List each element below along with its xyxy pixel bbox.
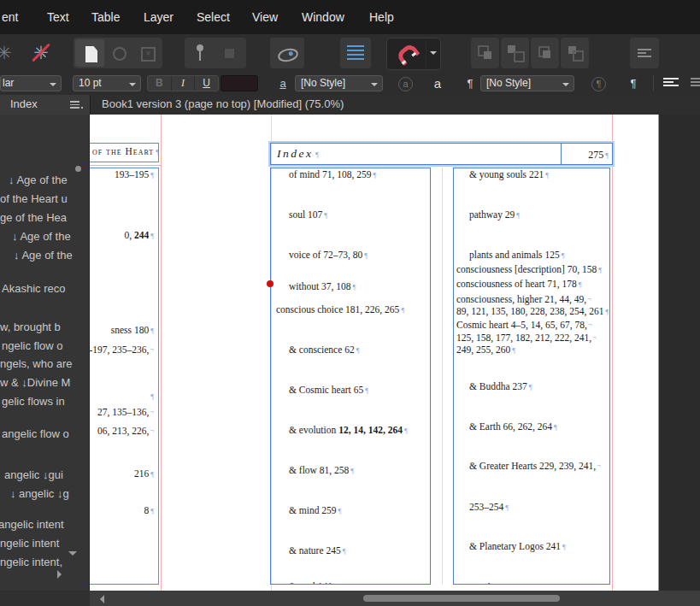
index-panel-entry[interactable]: ngelic flow o: [2, 339, 63, 352]
index-entry[interactable]: 89, 121, 135, 180, 228, 238, 254, 261¶: [456, 305, 609, 319]
index-column-1-frame[interactable]: of mind 71, 108, 259¶soul 107¶voice of 7…: [270, 168, 431, 585]
index-entry[interactable]: & mind 259¶: [289, 504, 341, 518]
index-entry[interactable]: consciousness [description] 70, 158¶: [456, 263, 602, 277]
index-panel-entry[interactable]: Akashic reco: [2, 282, 65, 295]
box-x-icon[interactable]: ×: [133, 38, 162, 68]
index-panel-entry[interactable]: ngelic intent: [0, 537, 59, 550]
bold-button[interactable]: B: [148, 76, 172, 91]
arrange-icon-4[interactable]: [561, 38, 589, 68]
index-column-2-frame[interactable]: & young souls 221¶pathway 29¶plants and …: [453, 168, 610, 585]
left-page-fragment[interactable]: 0, 244¶: [124, 229, 154, 243]
index-entry[interactable]: & flow 81, 258¶: [289, 464, 354, 478]
arrange-icon-3[interactable]: [531, 38, 559, 68]
pilcrow-icon-2[interactable]: ¶: [625, 75, 642, 91]
index-entry[interactable]: consciousness of heart 71, 178¶: [456, 278, 582, 291]
panel-menu-icon[interactable]: [70, 101, 79, 110]
paragraph-lines-icon[interactable]: [340, 38, 371, 68]
asterisk-slash-icon[interactable]: ✳: [24, 38, 58, 68]
left-header-frame[interactable]: of the Heart¶: [90, 143, 159, 162]
index-header-frame[interactable]: Index¶ 275¶: [270, 143, 613, 165]
index-entry[interactable]: & Greater Hearts 229, 239, 241,¬: [469, 459, 601, 473]
scroll-right-icon[interactable]: [57, 570, 66, 579]
text-color-well[interactable]: [221, 75, 258, 91]
index-entry[interactable]: soul 107¶: [289, 209, 327, 222]
align-left-icon[interactable]: [663, 78, 679, 86]
index-entry[interactable]: & conscience 62¶: [289, 344, 360, 357]
horizontal-scrollbar[interactable]: [90, 591, 700, 606]
index-entry[interactable]: conscious choice 181, 226, 265¶: [276, 303, 404, 317]
index-entry[interactable]: voice of 72–73, 80¶: [289, 249, 368, 262]
left-page-fragment[interactable]: ¶: [149, 390, 154, 403]
left-page-fragment[interactable]: -197, 235–236,¬: [90, 343, 154, 356]
left-page-fragment[interactable]: sness 180¶: [111, 324, 154, 338]
character-style-select[interactable]: [No Style]: [295, 75, 383, 91]
arrange-icon-2[interactable]: [501, 38, 529, 68]
circle-icon[interactable]: [104, 38, 133, 68]
index-panel-entry[interactable]: angelic intent: [0, 518, 64, 531]
menu-item-ent[interactable]: ent: [2, 0, 18, 34]
eye-preview-icon[interactable]: [270, 38, 304, 68]
underline-button[interactable]: U: [195, 76, 218, 91]
square-icon[interactable]: [215, 38, 246, 68]
italic-button[interactable]: I: [172, 76, 196, 91]
index-panel-entry[interactable]: ngels, who are: [0, 357, 73, 370]
document-tab[interactable]: Book1 version 3 (page no top) [Modified]…: [90, 95, 700, 115]
horizontal-scrollbar-thumb[interactable]: [363, 595, 560, 602]
circled-a-icon[interactable]: a: [398, 77, 413, 91]
left-body-frame[interactable]: 193–195¶0, 244¶sness 180¶-197, 235–236,¬…: [90, 168, 159, 585]
snapping-button[interactable]: [386, 38, 441, 70]
index-panel-entry[interactable]: ↓ Age of the: [12, 230, 71, 243]
index-entry[interactable]: angels 27, 66¶: [469, 581, 526, 585]
index-panel-entry[interactable]: ↓ Age of the: [9, 174, 68, 186]
document-canvas[interactable]: of the Heart¶ 193–195¶0, 244¶sness 180¶-…: [90, 115, 700, 591]
index-panel-entry[interactable]: gelic flows in: [2, 395, 65, 408]
left-page-fragment[interactable]: 27, 135–136,¬: [97, 405, 154, 419]
index-entry[interactable]: of mind 71, 108, 259¶: [289, 168, 376, 182]
pilcrow-icon-1[interactable]: ¶: [463, 75, 477, 91]
index-entry[interactable]: & Earth 66, 262, 264¶: [469, 421, 557, 434]
index-entry[interactable]: & Buddha 237¶: [469, 380, 532, 394]
pin-icon[interactable]: [185, 38, 215, 68]
arrange-icon-1[interactable]: [471, 38, 499, 68]
alignment-icon[interactable]: [630, 38, 659, 68]
menu-item-layer[interactable]: Layer: [144, 0, 174, 34]
index-panel-entry[interactable]: of the Heart u: [0, 192, 68, 205]
index-panel-entry[interactable]: ↓ angelic ↓gui: [0, 468, 63, 481]
index-entry[interactable]: consciousness, higher 21, 44, 49,¬: [456, 292, 591, 306]
index-panel-tab[interactable]: Index: [0, 95, 90, 115]
left-page-fragment[interactable]: 193–195¶: [115, 168, 154, 182]
menu-item-select[interactable]: Select: [197, 0, 230, 34]
index-panel-entry[interactable]: ge of the Hea: [0, 211, 67, 224]
index-panel-entry[interactable]: ↓ angelic ↓g: [10, 487, 69, 500]
index-entry[interactable]: 253–254¶: [469, 501, 509, 515]
menu-item-view[interactable]: View: [252, 0, 278, 34]
index-entry[interactable]: 125, 158, 177, 182, 212, 222, 241,¬: [456, 331, 597, 344]
char-style-a-icon[interactable]: a: [276, 75, 290, 91]
menu-item-text[interactable]: Text: [47, 0, 69, 34]
index-entry[interactable]: Cosmic heart 4–5, 14, 65, 67, 78,¬: [456, 318, 592, 332]
circled-pilcrow-icon[interactable]: ¶: [591, 77, 606, 91]
index-panel-entry[interactable]: angelic flow o: [2, 427, 69, 440]
index-entry[interactable]: & Cosmic heart 65¶: [289, 384, 368, 397]
scroll-down-icon[interactable]: [68, 551, 77, 560]
left-page-fragment[interactable]: 216¶: [134, 468, 154, 481]
font-size-select[interactable]: 10 pt: [73, 75, 141, 91]
index-panel-entry[interactable]: w, brought b: [0, 321, 61, 333]
index-entry[interactable]: & young souls 221¶: [469, 168, 549, 182]
index-entry[interactable]: & evolution 12, 14, 142, 264¶: [289, 424, 408, 438]
left-page-fragment[interactable]: 06, 213, 226,¬: [97, 424, 154, 438]
index-entry[interactable]: & nature 245¶: [289, 544, 346, 558]
index-panel-entry[interactable]: w & ↓Divine M: [0, 376, 70, 389]
snapping-dropdown-arrow[interactable]: [426, 38, 440, 69]
menu-item-table[interactable]: Table: [91, 0, 120, 34]
index-panel-entry[interactable]: ↓ Age of the: [14, 249, 73, 262]
index-entry[interactable]: & Planetary Logos 241¶: [469, 540, 566, 554]
index-entry[interactable]: pathway 29¶: [469, 209, 520, 222]
page-icon[interactable]: [75, 39, 104, 67]
left-page-fragment[interactable]: 8¶: [144, 504, 154, 518]
asterisk-partial-icon[interactable]: ✳: [0, 38, 15, 68]
align-center-icon[interactable]: [691, 78, 700, 86]
index-panel-entry[interactable]: ngelic intent,: [0, 556, 62, 568]
index-entry[interactable]: plants and animals 125¶: [469, 249, 565, 262]
menu-item-window[interactable]: Window: [302, 0, 344, 34]
